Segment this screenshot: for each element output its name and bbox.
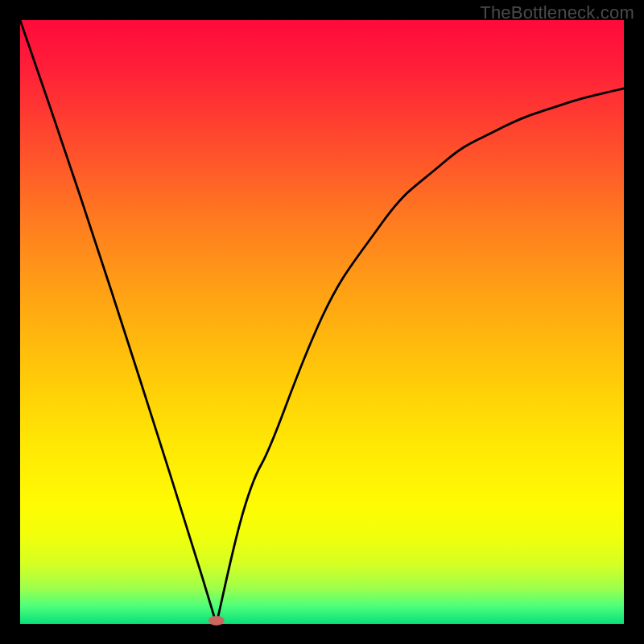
- watermark-text: TheBottleneck.com: [480, 2, 634, 23]
- bottleneck-curve: [20, 20, 624, 624]
- min-point-marker: [208, 616, 225, 625]
- curve-right-branch: [217, 89, 624, 624]
- chart-frame: TheBottleneck.com: [0, 0, 644, 644]
- plot-area: [20, 20, 624, 624]
- curve-left-branch: [20, 20, 217, 624]
